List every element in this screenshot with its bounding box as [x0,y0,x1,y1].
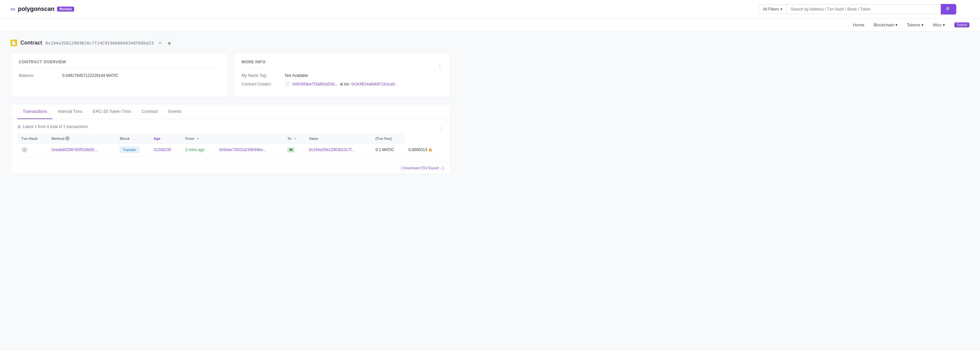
txn-fee-value: 0.0000313 [409,147,427,152]
main-content: 📄 Contract 0x194a35B12903B10c7f24C919A98… [0,32,461,182]
to-filter-icon[interactable]: ▼ [294,137,297,140]
header: ∞ polygonscan Mumbai All Filters ▾ 🔍 [0,0,980,19]
table-options-icon[interactable]: ⋮ [439,126,444,132]
search-button[interactable]: 🔍 [941,4,956,14]
to-address-link[interactable]: 0x194a35b12903b10c7f... [309,147,355,152]
logo-icon: ∞ [11,5,15,13]
txn-fee-cell: 0.0000313 🔥 [405,144,444,156]
nav-bar: Home Blockchain ▾ Tokens ▾ Misc ▾ Testne… [0,19,980,32]
nav-tokens[interactable]: Tokens ▾ [907,22,924,27]
th-txn-hash: Txn Hash [18,134,48,144]
record-count-icon: ☰ [18,125,21,129]
logo-area: ∞ polygonscan Mumbai [11,5,74,13]
from-filter-icon[interactable]: ▼ [196,137,200,140]
page-title: Contract [21,40,42,46]
from-address-link[interactable]: 0x5ebe73502a239b94be... [219,147,266,152]
testnet-badge[interactable]: Testnet [954,22,969,27]
contract-file-icon: 📄 [11,40,17,46]
search-icon: 🔍 [946,6,951,12]
filter-label: All Filters [763,7,779,11]
nav-tokens-label: Tokens [907,22,920,27]
block-link[interactable]: 31348230 [154,147,171,152]
age-cell: 2 mins ago [181,144,215,156]
csv-export-row: [ Download CSV Export ↓ ] [11,162,450,174]
contract-creator-label: Contract Creator: [242,82,281,86]
name-tag-value: Not Available [285,73,308,78]
logo-text: polygonscan [18,6,54,13]
th-txn-fee: [Txn Fee] [372,134,405,144]
balance-label: Balance: [19,73,58,78]
direction-badge: IN [287,147,294,152]
transactions-tab-content: ☰ Latest 1 from a total of 1 transaction… [11,119,450,162]
csv-export-link[interactable]: [ Download CSV Export ↓ ] [401,166,444,170]
filter-button[interactable]: All Filters ▾ [759,5,786,14]
search-input[interactable] [786,4,941,14]
th-method: Method i [48,134,116,144]
tabs-section: Transactions Internal Txns ERC-20 Token … [11,104,451,174]
tab-events[interactable]: Events [163,104,187,119]
more-info-card: More Info ⋮ My Name Tag: Not Available C… [233,53,451,97]
more-options-icon[interactable]: ⋮ [437,63,442,70]
copy-icon[interactable]: ⧉ [157,40,163,46]
header-search: All Filters ▾ 🔍 [759,4,956,14]
creator-txn-link[interactable]: 0x3c8614a8eb871b1ca0... [351,82,398,86]
at-txn-text: at txn [340,82,349,86]
th-to-label: To [287,137,292,140]
misc-arrow-icon: ▾ [943,22,945,27]
th-to: To ▼ [283,134,305,144]
mumbai-badge: Mumbai [57,6,74,11]
method-cell: Transfer [116,144,150,156]
tab-internal-txns[interactable]: Internal Txns [52,104,88,119]
nav-blockchain-label: Blockchain [873,22,894,27]
cards-row: Contract Overview Balance: 0.04917645712… [11,53,451,97]
nav-home[interactable]: Home [853,22,864,27]
method-info-icon[interactable]: i [65,136,70,140]
th-block: Block [116,134,150,144]
balance-value: 0.049176457122226144 MATIC [62,73,118,78]
creator-address-link[interactable]: 0x6c583ee7f3a80cb53d... [292,82,338,86]
th-value: Value [305,134,371,144]
qr-icon[interactable]: ▦ [166,40,172,46]
name-tag-row: My Name Tag: Not Available [242,73,442,78]
method-badge: Transfer [120,147,139,153]
table-row: ◎ 0xeda802987b5f516b00.... Transfer 3134… [18,144,444,156]
from-cell: 0x5ebe73502a239b94be... [215,144,283,156]
filter-arrow-icon: ▾ [780,7,782,11]
more-info-card-title: More Info [242,60,266,68]
contract-overview-card: Contract Overview Balance: 0.04917645712… [11,53,228,97]
tab-erc20[interactable]: ERC-20 Token Txns [88,104,137,119]
nav-misc-label: Misc [933,22,942,27]
tab-transactions[interactable]: Transactions [18,104,52,119]
th-from-label: From [185,137,194,140]
th-age[interactable]: Age [150,134,181,144]
direction-cell: IN [283,144,305,156]
th-direction [215,134,283,144]
record-count: ☰ Latest 1 from a total of 1 transaction… [18,124,88,129]
record-count-text: Latest 1 from a total of 1 transactions [23,124,88,129]
tx-row-icon[interactable]: ◎ [21,147,27,153]
tabs-header: Transactions Internal Txns ERC-20 Token … [11,104,450,119]
name-tag-label: My Name Tag: [242,73,281,78]
tx-icon-cell: ◎ [18,144,48,156]
balance-row: Balance: 0.049176457122226144 MATIC [19,73,220,78]
nav-blockchain[interactable]: Blockchain ▾ [873,22,897,27]
overview-card-title: Contract Overview [19,60,220,68]
page-title-row: 📄 Contract 0x194a35B12903B10c7f24C919A98… [11,40,451,46]
tokens-arrow-icon: ▾ [921,22,924,27]
fee-burn-icon: 🔥 [428,148,432,152]
table-header-row: Txn Hash Method i Block Age From ▼ [18,134,444,144]
nav-misc[interactable]: Misc ▾ [933,22,945,27]
age-value: 2 mins ago [185,147,205,152]
th-from: From ▼ [181,134,215,144]
block-cell: 31348230 [150,144,181,156]
contract-address-title: 0x194a35B12903B10c7f24C919A98848348f69bd… [46,41,154,46]
blockchain-arrow-icon: ▾ [895,22,897,27]
txn-hash-cell: 0xeda802987b5f516b00.... [48,144,116,156]
to-cell: 0x194a35b12903b10c7f... [305,144,371,156]
th-method-label: Method [51,137,64,140]
tab-contract[interactable]: Contract [137,104,163,119]
value-cell: 0.1 MATIC [372,144,405,156]
contract-creator-row: Contract Creator: 📄 0x6c583ee7f3a80cb53d… [242,82,442,86]
txn-hash-link[interactable]: 0xeda802987b5f516b00.... [51,147,99,152]
transactions-table: Txn Hash Method i Block Age From ▼ [18,134,444,156]
